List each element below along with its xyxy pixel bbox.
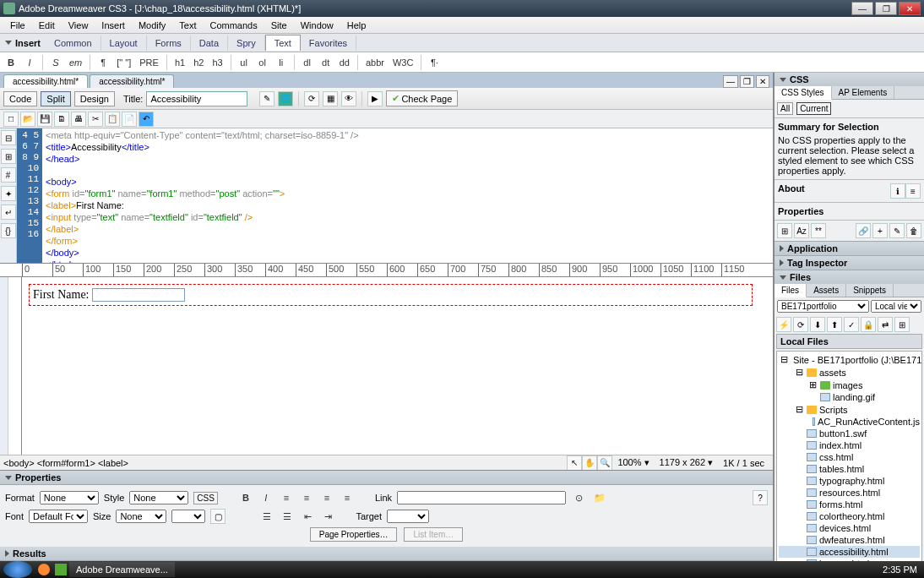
results-header[interactable]: Results	[0, 547, 773, 561]
paste-icon[interactable]: 📄	[122, 112, 137, 127]
refresh-icon[interactable]: ⟳	[304, 91, 319, 106]
tree-file[interactable]: colortheory.html	[779, 510, 920, 522]
menu-modify[interactable]: Modify	[132, 19, 172, 32]
menu-window[interactable]: Window	[294, 19, 340, 32]
check-page-button[interactable]: ✔Check Page	[386, 90, 458, 106]
indent-button[interactable]: ⇥	[320, 509, 335, 524]
font-select[interactable]: Default Font	[29, 510, 88, 523]
doc-tab-2[interactable]: accessibility.html*	[90, 74, 174, 88]
browse-folder-icon[interactable]: 📁	[591, 490, 608, 505]
css-button[interactable]: CSS	[193, 492, 218, 504]
file-tree[interactable]: ⊟Site - BE171portfolio (J:\BE171... ⊟ass…	[776, 351, 922, 578]
menu-help[interactable]: Help	[340, 19, 373, 32]
print-icon[interactable]: 🖶	[71, 112, 86, 127]
hand-tool-icon[interactable]: ✋	[582, 455, 597, 471]
style-select[interactable]: None	[129, 491, 188, 504]
validate-icon[interactable]: ▶	[367, 91, 383, 106]
li-button[interactable]: li	[274, 55, 289, 70]
insert-tab-common[interactable]: Common	[46, 35, 101, 51]
dreamweaver-icon[interactable]	[55, 564, 67, 575]
code-view-button[interactable]: Code	[3, 91, 37, 106]
insert-tab-forms[interactable]: Forms	[147, 35, 191, 51]
doc-restore-button[interactable]: ❐	[740, 75, 754, 88]
line-numbers-icon[interactable]: #	[1, 167, 16, 183]
tree-file[interactable]: AC_RunActiveContent.js	[779, 416, 920, 428]
undo-icon[interactable]: ↶	[139, 112, 154, 127]
menu-insert[interactable]: Insert	[95, 19, 132, 32]
chars-button[interactable]: ¶·	[427, 55, 442, 70]
syntax-icon[interactable]: {}	[1, 223, 16, 238]
properties-header[interactable]: Properties	[0, 471, 773, 485]
design-canvas[interactable]: First Name:	[22, 277, 773, 455]
dd-button[interactable]: dd	[337, 55, 352, 70]
align-right-button[interactable]: ≡	[319, 490, 334, 505]
link-input[interactable]	[397, 491, 566, 504]
italic-button[interactable]: I	[22, 55, 37, 70]
tree-file[interactable]: typography.html	[779, 475, 920, 487]
tag-inspector-panel-header[interactable]: Tag Inspector	[775, 256, 924, 270]
tree-file[interactable]: accessibility.html	[779, 546, 920, 558]
blockquote-button[interactable]: [" "]	[114, 55, 133, 70]
menu-site[interactable]: Site	[264, 19, 294, 32]
insert-tab-favorites[interactable]: Favorites	[301, 35, 356, 51]
doc-minimize-button[interactable]: —	[723, 75, 738, 88]
clock[interactable]: 2:35 PM	[876, 564, 924, 575]
tag-selector[interactable]: <body> <form#form1> <label>	[3, 458, 567, 468]
ol-button[interactable]: ol	[255, 55, 270, 70]
site-select[interactable]: BE171portfolio	[777, 300, 869, 313]
css-current-button[interactable]: Current	[796, 102, 831, 115]
first-name-label[interactable]: First Name:	[33, 288, 90, 301]
sync-icon[interactable]: ⇄	[878, 317, 893, 332]
visual-aids-icon[interactable]: 👁	[341, 91, 356, 106]
text-color-button[interactable]: ▢	[210, 509, 226, 524]
save-all-icon[interactable]: 🗎	[54, 112, 69, 127]
page-properties-button[interactable]: Page Properties…	[310, 527, 398, 542]
dl-button[interactable]: dl	[300, 55, 315, 70]
firefox-icon[interactable]	[38, 564, 50, 575]
paragraph-button[interactable]: ¶	[95, 55, 111, 70]
align-center-button[interactable]: ≡	[299, 490, 314, 505]
ap-elements-tab[interactable]: AP Elements	[832, 86, 895, 99]
spellcheck-icon[interactable]: ✎	[259, 91, 274, 106]
unordered-list-button[interactable]: ☰	[259, 509, 274, 524]
h1-button[interactable]: h1	[172, 55, 188, 70]
css-panel-header[interactable]: CSS	[775, 73, 924, 86]
copy-icon[interactable]: 📋	[105, 112, 120, 127]
em-button[interactable]: em	[67, 55, 84, 70]
form-element[interactable]: First Name:	[29, 284, 753, 306]
window-size[interactable]: 1179 x 262 ▾	[655, 457, 719, 468]
insert-tab-spry[interactable]: Spry	[228, 35, 265, 51]
connect-icon[interactable]: ⚡	[776, 317, 791, 332]
insert-tab-text[interactable]: Text	[265, 35, 301, 51]
files-panel-header[interactable]: Files	[775, 270, 924, 284]
tree-file[interactable]: landing.gif	[779, 391, 920, 403]
checkout-icon[interactable]: ✓	[844, 317, 859, 332]
refresh-files-icon[interactable]: ⟳	[793, 317, 808, 332]
view-options-icon[interactable]: ▦	[323, 91, 338, 106]
menu-text[interactable]: Text	[172, 19, 203, 32]
align-justify-button[interactable]: ≡	[340, 490, 355, 505]
prop-bold-button[interactable]: B	[238, 490, 253, 505]
put-icon[interactable]: ⬆	[827, 317, 842, 332]
doc-tab-1[interactable]: accessibility.html*	[3, 74, 88, 88]
insert-label[interactable]: Insert	[0, 38, 46, 48]
attach-css-icon[interactable]: 🔗	[856, 223, 871, 238]
abbr-button[interactable]: abbr	[363, 55, 387, 70]
wrap-icon[interactable]: ↵	[1, 204, 16, 220]
format-select[interactable]: None	[40, 491, 99, 504]
get-icon[interactable]: ⬇	[810, 317, 825, 332]
browser-preview-icon[interactable]: 🌐	[278, 91, 293, 106]
menu-file[interactable]: File	[3, 19, 32, 32]
css-cascade-icon[interactable]: ≡	[905, 183, 921, 199]
dt-button[interactable]: dt	[318, 55, 334, 70]
ordered-list-button[interactable]: ☰	[280, 509, 295, 524]
taskbar-app[interactable]: Adobe Dreamweave...	[69, 562, 175, 577]
doc-close-button[interactable]: ✕	[756, 75, 769, 88]
checkin-icon[interactable]: 🔒	[861, 317, 876, 332]
edit-rule-icon[interactable]: ✎	[889, 223, 905, 238]
ul-button[interactable]: ul	[236, 55, 252, 70]
strong-button[interactable]: S	[48, 55, 63, 70]
assets-tab[interactable]: Assets	[807, 284, 846, 297]
tree-file[interactable]: resources.html	[779, 487, 920, 499]
expand-icon[interactable]: ⊞	[1, 149, 16, 164]
